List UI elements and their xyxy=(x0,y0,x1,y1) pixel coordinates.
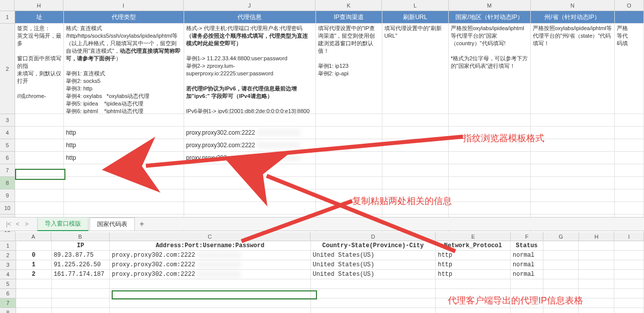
colhead-I[interactable]: I xyxy=(63,0,184,11)
colhead-D[interactable]: D xyxy=(310,232,436,241)
rowhead-4[interactable]: 4 xyxy=(0,270,16,279)
rowhead-6[interactable]: 6 xyxy=(0,289,16,298)
rowhead-10[interactable]: 10 xyxy=(0,202,15,215)
cell-L2[interactable]: 填写代理设置中的"刷新URL" xyxy=(382,24,449,114)
hdr-K[interactable]: IP查询渠道 xyxy=(316,11,382,23)
lhdr-IP[interactable]: IP xyxy=(52,241,110,250)
rowhead-2[interactable]: 2 xyxy=(0,251,16,260)
table-row: 1 91.225.226.50 proxy.proxy302.com:2222x… xyxy=(16,260,644,270)
tab-nav-next-icon[interactable]: > xyxy=(22,220,31,229)
rowhead-8[interactable]: 8 xyxy=(0,177,15,189)
colhead-L[interactable]: L xyxy=(382,0,448,11)
corner[interactable] xyxy=(0,232,16,241)
colhead-J[interactable]: J xyxy=(184,0,315,11)
sheet-tabs: |< < > 导入窗口模版 国家代码表 + xyxy=(0,217,644,231)
hdr-I[interactable]: 代理类型 xyxy=(64,11,184,23)
colhead-C[interactable]: C xyxy=(110,232,311,241)
tab-nav-prev-icon[interactable]: < xyxy=(13,220,22,229)
data-row-6: httpproxy.proxy302.com:2222x xyxy=(15,152,644,164)
cell-I5[interactable]: http xyxy=(64,139,184,151)
rowhead-3[interactable]: 3 xyxy=(0,260,16,270)
data-row-5: httpproxy.proxy302.com:2222x xyxy=(15,139,644,152)
instruction-row: 签页，注意： 英文逗号隔开，最多 窗口页面中所填写的指 未填写，则默认仅打开 /… xyxy=(15,24,644,114)
upper-row-header: 1 2 3 4 5 6 7 8 9 10 11 12 xyxy=(0,11,15,240)
colhead-H[interactable]: H xyxy=(15,0,63,11)
rowhead-5[interactable]: 5 xyxy=(0,279,16,289)
cell-J4[interactable]: proxy.proxy302.com:2222x xyxy=(184,127,316,139)
cell-I2[interactable]: 格式: 直连模式/http/https/socks5/ssh/oxylabs/i… xyxy=(64,24,184,114)
header-row: 址 代理类型 代理信息 IP查询渠道 刷新URL 国家/地区（针对动态IP） 州… xyxy=(15,11,644,24)
hdr-H[interactable]: 址 xyxy=(15,11,64,23)
rowhead-1[interactable]: 1 xyxy=(0,241,16,251)
annotation-copy-paste: 复制粘贴两处相关的信息 xyxy=(352,195,452,207)
cell-K2[interactable]: 填写代理设置中的"IP查询渠道"，留空则使用创建浏览器窗口时的默认值！ 举例1:… xyxy=(316,24,382,114)
upper-grid: 址 代理类型 代理信息 IP查询渠道 刷新URL 国家/地区（针对动态IP） 州… xyxy=(15,11,644,240)
colhead-E[interactable]: E xyxy=(436,232,511,241)
colhead-A[interactable]: A xyxy=(16,232,51,241)
colhead-N[interactable]: N xyxy=(531,0,615,11)
lhdr-Country[interactable]: Country-State(Province)-City xyxy=(311,241,436,250)
hdr-J[interactable]: 代理信息 xyxy=(184,11,316,23)
colhead-B[interactable]: B xyxy=(51,232,110,241)
cell-J6[interactable]: proxy.proxy302.com:2222x xyxy=(184,152,316,164)
tab-import-template[interactable]: 导入窗口模版 xyxy=(37,217,89,231)
hdr-O[interactable] xyxy=(615,11,644,23)
cell-H2[interactable]: 签页，注意： 英文逗号隔开，最多 窗口页面中所填写的指 未填写，则默认仅打开 /… xyxy=(15,24,64,114)
rowhead-1[interactable]: 1 xyxy=(0,11,15,24)
cell-I6[interactable]: http xyxy=(64,152,184,164)
cell-J5[interactable]: proxy.proxy302.com:2222x xyxy=(184,139,316,151)
upper-col-header: H I J K L M N O xyxy=(0,0,644,11)
tab-nav-first-icon[interactable]: |< xyxy=(4,220,13,229)
table-row: 0 89.23.87.75 proxy.proxy302.com:2222x U… xyxy=(16,251,644,260)
lhdr-Protocol[interactable]: Network_Protocol xyxy=(436,241,511,250)
cell-N2[interactable]: 严格按照oxylabs/ipidea/iphtml等代理平台的"州/省（stat… xyxy=(531,24,615,114)
corner[interactable] xyxy=(0,0,15,11)
rowhead-3[interactable]: 3 xyxy=(0,114,15,127)
hdr-N[interactable]: 州/省（针对动态IP） xyxy=(531,11,615,23)
cell-J2[interactable]: 格式-> 代理主机:代理端口:代理用户名:代理密码（请务必按照这个顺序格式填写，… xyxy=(184,24,316,114)
colhead-K[interactable]: K xyxy=(315,0,382,11)
cell-O2[interactable]: 严格 等代 码填 xyxy=(615,24,644,114)
annotation-proxy-export: 代理客户端导出的代理IP信息表格 xyxy=(448,294,583,306)
colhead-O[interactable]: O xyxy=(615,0,644,11)
rowhead-8[interactable]: 8 xyxy=(0,308,16,313)
colhead-M[interactable]: M xyxy=(449,0,531,11)
colhead-I[interactable]: I xyxy=(614,232,644,241)
cell-I4[interactable]: http xyxy=(64,127,184,139)
table-row: 2 161.77.174.187 proxy.proxy302.com:2222… xyxy=(16,270,644,279)
cell-M2[interactable]: 严格按照oxylabs/ipidea/iphtml等代理平台的"国家（count… xyxy=(449,24,531,114)
rowhead-9[interactable]: 9 xyxy=(0,189,15,202)
rowhead-2[interactable]: 2 xyxy=(0,24,15,114)
colhead-F[interactable]: F xyxy=(511,232,543,241)
colhead-G[interactable]: G xyxy=(543,232,579,241)
hdr-M[interactable]: 国家/地区（针对动态IP） xyxy=(449,11,531,23)
lhdr-Status[interactable]: Status xyxy=(511,241,543,250)
add-tab-button[interactable]: + xyxy=(136,220,148,229)
rowhead-7[interactable]: 7 xyxy=(0,164,15,177)
rowhead-6[interactable]: 6 xyxy=(0,152,15,164)
lhdr-Address[interactable]: Address:Port:Username:Password xyxy=(110,241,310,250)
upper-spreadsheet: H I J K L M N O 1 2 3 4 5 6 7 8 9 10 11 … xyxy=(0,0,644,216)
tab-country-codes[interactable]: 国家代码表 xyxy=(90,218,135,231)
annotation-template-format: 指纹浏览器模板格式 xyxy=(463,132,544,144)
hdr-L[interactable]: 刷新URL xyxy=(382,11,449,23)
lower-row-header: 1 2 3 4 5 6 7 8 xyxy=(0,241,16,313)
colhead-H[interactable]: H xyxy=(579,232,615,241)
rowhead-5[interactable]: 5 xyxy=(0,139,15,152)
rowhead-7[interactable]: 7 xyxy=(0,298,16,308)
lower-col-header: A B C D E F G H I xyxy=(0,232,644,241)
data-row-4: httpproxy.proxy302.com:2222x xyxy=(15,127,644,139)
rowhead-4[interactable]: 4 xyxy=(0,127,15,139)
